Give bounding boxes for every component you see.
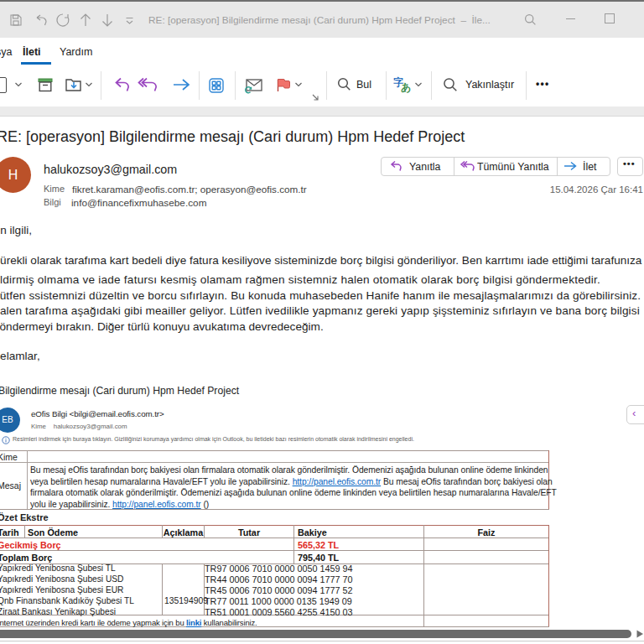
- svg-text:あ: あ: [401, 81, 411, 93]
